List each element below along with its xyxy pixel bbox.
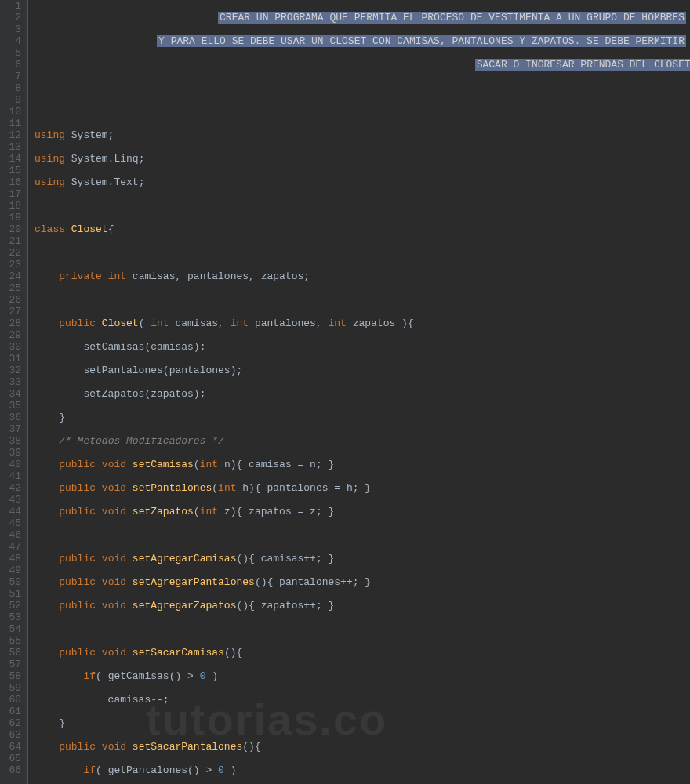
line-number: 65 — [3, 753, 21, 764]
line-number: 51 — [3, 588, 21, 600]
code-line: using System.Text; — [34, 176, 690, 188]
line-number: 22 — [3, 247, 21, 259]
line-number: 42 — [3, 482, 21, 494]
code-line: if( getPantalones() > 0 ) — [34, 764, 690, 776]
line-number: 53 — [3, 612, 21, 623]
line-number: 1 — [3, 0, 21, 12]
line-number: 47 — [3, 541, 21, 553]
line-number: 50 — [3, 576, 21, 588]
line-number: 9 — [3, 94, 21, 106]
line-number: 14 — [3, 153, 21, 165]
line-number: 23 — [3, 259, 21, 270]
line-number: 16 — [3, 176, 21, 188]
line-number: 40 — [3, 459, 21, 470]
line-number: 49 — [3, 564, 21, 576]
code-line: public void setZapatos(int z){ zapatos =… — [34, 506, 690, 517]
line-number: 8 — [3, 82, 21, 94]
code-line: } — [34, 412, 690, 423]
line-number: 62 — [3, 717, 21, 729]
code-editor: 1234567891011121314151617181920212223242… — [0, 0, 690, 784]
line-number: 12 — [3, 129, 21, 141]
line-number: 54 — [3, 623, 21, 635]
line-number: 39 — [3, 447, 21, 459]
line-number: 36 — [3, 412, 21, 423]
line-number: 2 — [3, 12, 21, 24]
line-number: 25 — [3, 282, 21, 294]
line-number: 17 — [3, 188, 21, 200]
code-line: setPantalones(pantalones); — [34, 365, 690, 376]
code-line — [34, 200, 690, 212]
code-line: SACAR O INGRESAR PRENDAS DEL CLOSET — [34, 59, 690, 71]
code-area[interactable]: CREAR UN PROGRAMA QUE PERMITA EL PROCESO… — [28, 0, 690, 784]
code-line — [34, 82, 690, 94]
line-number: 59 — [3, 682, 21, 694]
line-number: 43 — [3, 494, 21, 506]
line-number: 18 — [3, 200, 21, 212]
line-number: 58 — [3, 670, 21, 682]
code-line: private int camisas, pantalones, zapatos… — [34, 270, 690, 282]
code-line — [34, 247, 690, 259]
header-comment: Y PARA ELLO SE DEBE USAR UN CLOSET CON C… — [157, 35, 686, 47]
line-number: 28 — [3, 318, 21, 329]
line-number: 6 — [3, 59, 21, 71]
code-line: using System.Linq; — [34, 153, 690, 165]
line-number: 32 — [3, 365, 21, 376]
line-number: 4 — [3, 35, 21, 47]
line-number: 60 — [3, 694, 21, 706]
code-line — [34, 529, 690, 541]
code-line: } — [34, 717, 690, 729]
code-line: Y PARA ELLO SE DEBE USAR UN CLOSET CON C… — [34, 35, 690, 47]
line-number: 24 — [3, 270, 21, 282]
line-number: 33 — [3, 376, 21, 388]
code-line: CREAR UN PROGRAMA QUE PERMITA EL PROCESO… — [34, 12, 690, 24]
line-number: 64 — [3, 741, 21, 753]
line-number: 38 — [3, 435, 21, 447]
line-number: 55 — [3, 635, 21, 647]
code-line: if( getCamisas() > 0 ) — [34, 670, 690, 682]
line-number: 15 — [3, 165, 21, 176]
line-number: 3 — [3, 24, 21, 35]
code-line: camisas--; — [34, 694, 690, 706]
code-line: setCamisas(camisas); — [34, 341, 690, 353]
line-number: 66 — [3, 764, 21, 776]
code-line: using System; — [34, 129, 690, 141]
line-number: 7 — [3, 71, 21, 82]
code-line: class Closet{ — [34, 223, 690, 235]
line-number: 19 — [3, 212, 21, 223]
code-line: /* Metodos Modificadores */ — [34, 435, 690, 447]
line-number: 46 — [3, 529, 21, 541]
code-line — [34, 106, 690, 118]
line-number: 29 — [3, 329, 21, 341]
code-line: public Closet( int camisas, int pantalon… — [34, 318, 690, 329]
code-line — [34, 623, 690, 635]
line-number-gutter: 1234567891011121314151617181920212223242… — [0, 0, 28, 784]
line-number: 31 — [3, 353, 21, 365]
code-line: public void setAgregarPantalones(){ pant… — [34, 576, 690, 588]
line-number: 30 — [3, 341, 21, 353]
line-number: 5 — [3, 47, 21, 59]
code-line: public void setAgregarCamisas(){ camisas… — [34, 553, 690, 564]
line-number: 26 — [3, 294, 21, 306]
line-number: 10 — [3, 106, 21, 118]
code-line: public void setSacarCamisas(){ — [34, 647, 690, 659]
line-number: 57 — [3, 659, 21, 670]
line-number: 20 — [3, 223, 21, 235]
code-line — [34, 294, 690, 306]
line-number: 11 — [3, 118, 21, 129]
line-number: 45 — [3, 517, 21, 529]
code-line: public void setCamisas(int n){ camisas =… — [34, 459, 690, 470]
code-line: public void setSacarPantalones(){ — [34, 741, 690, 753]
code-line: public void setAgregarZapatos(){ zapatos… — [34, 600, 690, 612]
header-comment: SACAR O INGRESAR PRENDAS DEL CLOSET — [475, 59, 690, 71]
code-line: public void setPantalones(int h){ pantal… — [34, 482, 690, 494]
line-number: 13 — [3, 141, 21, 153]
line-number: 44 — [3, 506, 21, 517]
line-number: 34 — [3, 388, 21, 400]
line-number: 37 — [3, 423, 21, 435]
line-number: 27 — [3, 306, 21, 318]
line-number: 56 — [3, 647, 21, 659]
line-number: 21 — [3, 235, 21, 247]
line-number: 48 — [3, 553, 21, 564]
line-number: 63 — [3, 729, 21, 741]
line-number: 61 — [3, 706, 21, 717]
